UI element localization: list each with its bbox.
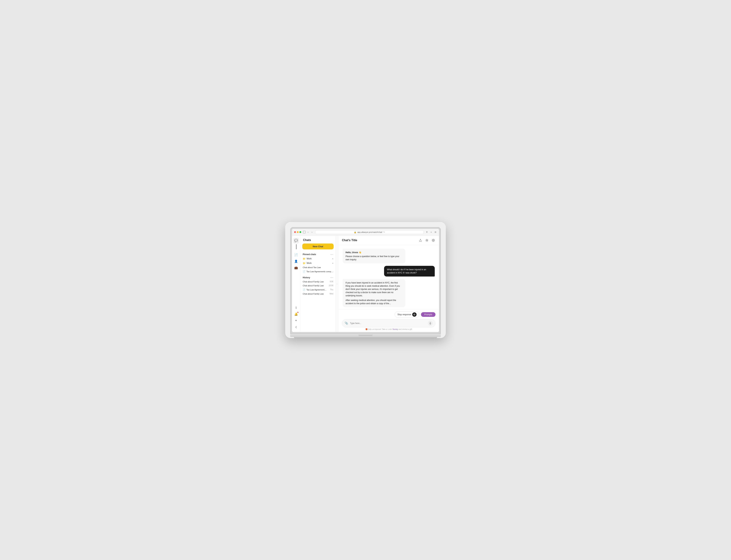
lock-icon: 🔒 <box>354 231 356 233</box>
minimize-window-button[interactable] <box>297 231 298 233</box>
footer-text: 🎁 Help us improve! Take a 1-min <box>365 328 393 330</box>
collapse-arrow-icon: ‹ <box>337 283 337 285</box>
doc-icon-history: 📄 <box>303 288 305 291</box>
laptop-screen: ‹ › 🔒 app.allawyer.pro/main#/chat/ ↻ ⬆ +… <box>292 229 439 332</box>
traffic-lights <box>294 231 301 233</box>
message-text-2: If you have been injured in an accident … <box>345 281 403 297</box>
tabs-icon <box>303 231 305 233</box>
sidebar-collapse-arrow[interactable]: ‹ <box>336 236 338 332</box>
back-button[interactable]: ‹ <box>306 231 309 234</box>
pinned-chat-tax-law-doc[interactable]: 📄 Tax Law Agreements compar... <box>300 269 336 274</box>
pinned-chat-tax-law[interactable]: Chat about Tax Law <box>300 265 336 269</box>
survey-link[interactable]: Survey <box>393 328 398 330</box>
icon-sidebar-bottom: ℹ 🔔 ✦ ❮ <box>293 305 299 330</box>
history-time-3: Thu <box>330 289 333 291</box>
laptop-foot <box>294 337 437 338</box>
document-icon: 📄 <box>294 253 298 257</box>
stop-response-label: Stop response <box>398 313 411 316</box>
chevron-down-icon-1: ▾ <box>332 258 333 260</box>
icon-sidebar: 💬 📄 👤 💼 <box>292 236 300 332</box>
chevron-down-icon-2: ▾ <box>332 262 333 264</box>
sidebar-item-chat[interactable]: 💬 <box>293 238 299 244</box>
history-time-2: 10:58 <box>329 285 333 287</box>
folder-work-1[interactable]: 📁 Work ▾ <box>300 257 336 261</box>
history-label-1: Chat about Family Law <box>303 281 329 283</box>
history-item-1[interactable]: Chat about Family Law 9:36 <box>300 280 336 284</box>
sidebar-item-document[interactable]: 📄 <box>293 252 299 258</box>
history-item-2[interactable]: Chat about Family Law 10:58 <box>300 284 336 288</box>
folder-label-1: Work <box>306 257 331 260</box>
browser-controls: ‹ › <box>303 231 313 234</box>
history-label-4: Chat about Family Law <box>303 293 328 295</box>
sidebar-item-notifications[interactable]: 🔔 <box>293 311 299 317</box>
new-tab-button[interactable]: + <box>430 231 433 234</box>
folder-work-2[interactable]: 📁 Work ▾ <box>300 261 336 265</box>
chat-sidebar-title: Chats <box>300 236 336 244</box>
app-container: 💬 📄 👤 💼 <box>292 236 439 332</box>
url-text: app.allawyer.pro/main#/chat/ <box>357 231 382 233</box>
pin-chat-button[interactable] <box>425 238 429 242</box>
folder-label-2: Work <box>306 262 331 264</box>
chat-header-icons <box>418 238 436 242</box>
stop-response-button[interactable]: Stop response <box>395 311 419 318</box>
prompts-button[interactable]: Prompts <box>421 312 436 317</box>
active-indicator <box>296 244 296 249</box>
forward-button[interactable]: › <box>310 231 313 234</box>
sidebar-item-settings[interactable]: ✦ <box>293 318 299 323</box>
sidebar-item-briefcase[interactable]: 💼 <box>293 265 299 271</box>
chat-sidebar: Chats New Chat Pinned chats ⋯ 📁 Work ▾ 📁 <box>300 236 336 332</box>
maximize-window-button[interactable] <box>299 231 301 233</box>
chat-header: Chat's Title <box>338 236 439 245</box>
settings-chat-button[interactable] <box>431 238 436 242</box>
sidebar-item-person[interactable]: 👤 <box>293 259 299 264</box>
history-label-3: Tax Law Agreement... <box>306 289 329 291</box>
history-label: History <box>303 276 310 279</box>
briefcase-icon: 💼 <box>294 266 298 269</box>
chat-title: Chat's Title <box>342 239 357 242</box>
notification-badge <box>297 312 298 313</box>
collapse-sidebar-button[interactable]: ❮ <box>293 324 299 330</box>
pinned-chats-label: Pinned chats <box>303 253 316 256</box>
attach-icon[interactable]: 📎 <box>344 321 348 325</box>
pinned-chat-label-2: Tax Law Agreements compar... <box>306 270 333 273</box>
person-icon: 👤 <box>294 260 298 263</box>
icon-sidebar-top: 💬 <box>293 238 299 249</box>
message-assistant-1: Hello, Uroos 👋 Please choose a question … <box>343 249 405 263</box>
laptop-base <box>290 334 441 337</box>
history-header: History ⋯ <box>300 275 336 280</box>
message-text-2b: After seeking medical attention, you sho… <box>345 299 403 305</box>
history-time-4: Wed <box>329 293 333 295</box>
pinned-chats-menu-button[interactable]: ⋯ <box>330 253 333 256</box>
chevron-left-icon: ❮ <box>295 326 297 328</box>
share-chat-button[interactable] <box>418 238 423 242</box>
message-title-1: Hello, Uroos 👋 <box>345 251 403 254</box>
pinned-chats-header: Pinned chats ⋯ <box>300 252 336 257</box>
footer-note: 🎁 Help us improve! Take a 1-min Survey a… <box>342 327 436 331</box>
info-icon: ℹ <box>295 306 296 309</box>
new-chat-button[interactable]: New Chat <box>302 244 333 249</box>
chat-input[interactable] <box>350 322 426 325</box>
share-button[interactable]: ⬆ <box>426 231 428 234</box>
settings-icon: ✦ <box>295 319 297 322</box>
chat-icon: 💬 <box>294 239 298 242</box>
address-bar[interactable]: 🔒 app.allawyer.pro/main#/chat/ ↻ <box>315 230 424 234</box>
chat-main: Chat's Title <box>338 236 439 332</box>
stop-icon <box>412 312 417 317</box>
svg-rect-5 <box>430 322 431 323</box>
history-item-4[interactable]: Chat about Family Law Wed <box>300 292 336 296</box>
sidebar-item-info[interactable]: ℹ <box>293 305 299 311</box>
doc-icon: 📄 <box>303 270 305 273</box>
message-text-user-1: What should I do if I've been injured in… <box>387 268 432 274</box>
refresh-icon: ↻ <box>384 231 385 233</box>
history-menu-button[interactable]: ⋯ <box>330 276 333 279</box>
screen-bezel: ‹ › 🔒 app.allawyer.pro/main#/chat/ ↻ ⬆ +… <box>290 227 441 334</box>
pinned-chat-label-1: Chat about Tax Law <box>303 266 333 268</box>
history-item-3[interactable]: 📄 Tax Law Agreement... Thu <box>300 288 336 292</box>
close-window-button[interactable] <box>294 231 296 233</box>
svg-point-1 <box>433 240 434 241</box>
chat-bottom: Stop response Prompts <box>338 309 439 332</box>
sidebar-toggle-button[interactable]: ⊞ <box>434 231 437 234</box>
stop-row: Stop response Prompts <box>342 311 436 318</box>
mic-button[interactable] <box>428 321 433 326</box>
laptop-notch <box>358 335 373 336</box>
